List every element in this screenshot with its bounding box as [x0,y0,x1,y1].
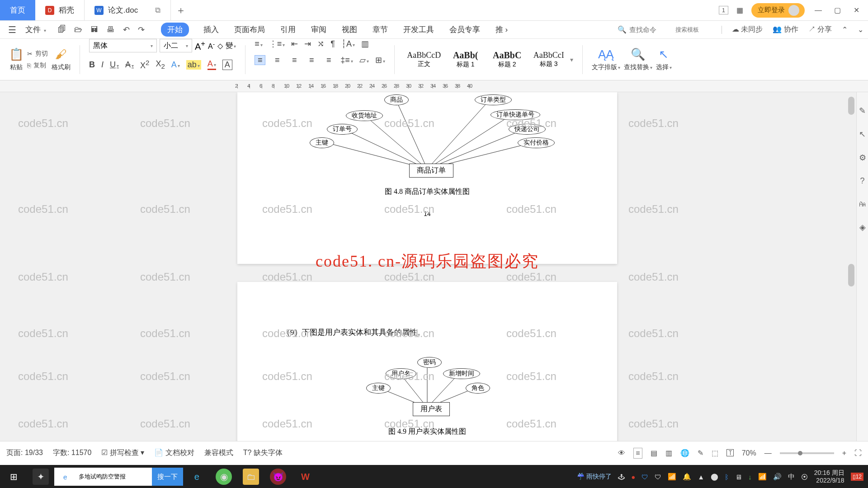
phonetic-icon[interactable]: 變▾ [226,41,236,51]
ribbon-tab-view[interactable]: 视图 [341,23,358,37]
task-ie[interactable]: e [183,465,210,488]
draft-mode-icon[interactable]: ✎ [698,449,703,457]
shrink-font-icon[interactable]: A- [208,41,215,51]
minimize-button[interactable]: — [813,6,824,14]
menubar-up-icon[interactable]: ⌃ [842,25,848,34]
qat-print-icon[interactable]: 🖶 [107,25,115,35]
share-button[interactable]: ↗ 分享 [808,25,832,34]
cut-button[interactable]: ✂ 剪切 [27,50,48,58]
font-size-select[interactable]: 小二▾ [160,39,192,52]
search-command-input[interactable] [629,26,665,33]
ribbon-tab-review[interactable]: 审阅 [310,23,327,37]
ribbon-tab-start[interactable]: 开始 [161,23,189,37]
bold-button[interactable]: B [89,60,95,70]
sort-button[interactable]: ⤭ [317,39,324,49]
read-mode-icon[interactable]: ≡ [633,448,642,459]
task-chrome[interactable]: ◉ [210,465,237,488]
style-h1[interactable]: AaBb(标题 1 [445,49,486,70]
tray-bluetooth-icon[interactable]: ᛒ [725,473,729,481]
fullscreen-icon[interactable]: ⛶ [854,449,862,457]
tray-icon[interactable]: 🛡 [655,473,661,481]
collab-button[interactable]: 👥 协作 [773,25,798,34]
close-button[interactable]: ✕ [851,6,862,14]
bullets-button[interactable]: ≡▾ [255,39,263,49]
tray-wifi-icon[interactable]: 📶 [758,473,767,481]
outline-mode-icon[interactable]: ▥ [665,449,672,457]
taskbar-clock[interactable]: 20:16 周日 2022/9/18 [814,469,844,484]
ribbon-tab-chapter[interactable]: 章节 [372,23,389,37]
spellcheck-toggle[interactable]: ☑ 拼写检查 ▾ [101,448,144,458]
ribbon-tab-more[interactable]: 推 › [495,23,509,37]
tab-home[interactable]: 首页 [0,0,35,20]
copy-button[interactable]: ⎘ 复制 [27,61,48,70]
hamburger-icon[interactable]: ☰ [5,24,20,35]
tray-notifications-icon[interactable]: 🔔 [683,473,691,481]
align-distribute-button[interactable]: ≡ [323,55,334,65]
action-center-icon[interactable]: ▯12 [851,473,863,481]
help-icon[interactable]: ? [860,176,864,186]
ruler[interactable]: 246810121416182022242628303234363840 [0,80,868,92]
layout-grid-icon[interactable]: ▦ [736,6,743,14]
clear-format-icon[interactable]: ◇ [217,42,223,50]
zoom-slider[interactable] [780,452,834,454]
scroll-thumb[interactable] [848,264,854,286]
tray-icon[interactable]: ↓ [748,473,752,481]
tab-docai[interactable]: D 稻壳 [35,0,85,20]
task-app[interactable]: 😈 [264,465,292,488]
zoom-out-icon[interactable]: 🅃 [726,449,734,457]
task-wps[interactable]: W [292,465,319,488]
cursor-icon[interactable]: ↖ [859,129,866,139]
tab-detach-icon[interactable]: ⧉ [155,6,160,15]
text-layout-button[interactable]: ĄĄ文字排版▾ [592,47,620,71]
document-area[interactable]: 主键 订单号 收货地址 商品 订单类型 订单快递单号 快递公司 实付价格 商品订… [0,92,856,465]
task-copilot[interactable]: ✦ [27,465,54,488]
line-spacing-button[interactable]: ‡≡▾ [340,56,353,65]
numbering-button[interactable]: ⋮≡▾ [269,39,285,49]
tray-icon[interactable]: 🖥 [735,473,742,481]
font-color-button[interactable]: A▾ [208,59,216,70]
taskbar-search-button[interactable]: 搜一下 [152,468,183,486]
shading-button[interactable]: ▱▾ [359,55,369,65]
web-mode-icon[interactable]: 🌐 [680,449,689,457]
file-menu[interactable]: 文件 ▾ [22,24,50,35]
eye-icon[interactable]: 👁 [618,449,625,457]
task-explorer[interactable]: 🗀 [237,465,264,488]
word-count[interactable]: 字数: 11570 [53,448,91,458]
taskbar-search[interactable]: e [54,468,152,486]
tray-icon[interactable]: 📶 [668,473,676,481]
borders-button[interactable]: ⊞▾ [375,55,385,65]
translate-icon[interactable]: 🗛 [859,199,867,209]
tray-icon[interactable]: ● [631,473,635,481]
align-left-button[interactable]: ≡ [255,55,265,65]
sync-status[interactable]: ☁ 未同步 [732,25,763,34]
find-replace-button[interactable]: 🔍查找替换▾ [624,47,652,71]
indent-inc-button[interactable]: ⇥ [304,39,311,49]
style-normal[interactable]: AaBbCcD正文 [404,49,444,70]
columns-button[interactable]: ▥ [361,39,369,49]
font-name-select[interactable]: 黑体▾ [89,39,157,52]
scroll-thumb[interactable] [848,97,854,115]
text-dir-button[interactable]: ┆A▾ [341,39,355,49]
align-right-button[interactable]: ≡ [289,55,300,65]
italic-button[interactable]: I [101,60,104,70]
format-painter-button[interactable]: 🖌格式刷 [52,47,71,71]
pen-icon[interactable]: ✎ [859,106,866,116]
menubar-down-icon[interactable]: ⌄ [858,25,863,34]
layout-single-icon[interactable]: 1 [719,6,728,14]
paste-button[interactable]: 📋粘贴 [9,47,24,71]
proofread-button[interactable]: 📄 文档校对 [154,448,194,458]
taskbar-search-input[interactable] [74,468,146,486]
tray-icon[interactable]: ⦿ [801,473,808,481]
missing-font[interactable]: T? 缺失字体 [243,448,283,458]
strike-button[interactable]: A▾ [125,60,134,70]
align-justify-button[interactable]: ≡ [306,55,317,65]
login-button[interactable]: 立即登录 [751,3,805,18]
search-template-input[interactable] [675,26,712,33]
fit-width-icon[interactable]: ⬚ [712,449,718,457]
search-command[interactable]: 🔍 [618,25,665,34]
tray-icon[interactable]: 🕹 [618,473,625,481]
superscript-button[interactable]: X2 [140,59,149,70]
qat-undo-icon[interactable]: ↶ [123,25,130,35]
qat-redo-icon[interactable]: ↷ [138,25,145,35]
weather-widget[interactable]: ☔ 雨快停了 [577,473,612,481]
